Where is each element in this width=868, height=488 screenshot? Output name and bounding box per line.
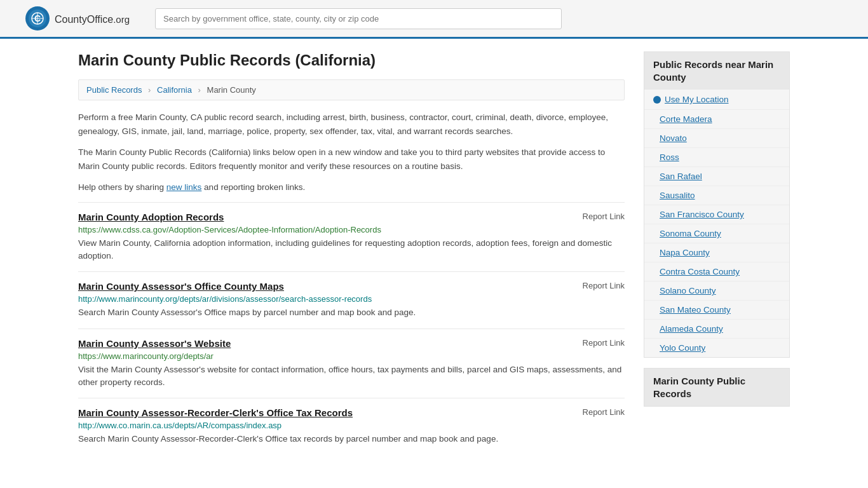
breadcrumb-sep-1: ›: [148, 85, 151, 95]
records-list: Marin County Adoption Records Report Lin…: [78, 202, 625, 455]
breadcrumb-california[interactable]: California: [157, 85, 192, 95]
sidebar-nearby-item[interactable]: Sonoma County: [644, 224, 789, 243]
report-link[interactable]: Report Link: [583, 407, 625, 417]
desc3-prefix: Help others by sharing: [78, 182, 166, 192]
record-entry: Marin County Adoption Records Report Lin…: [78, 202, 625, 272]
report-link[interactable]: Report Link: [583, 338, 625, 348]
breadcrumb-public-records[interactable]: Public Records: [86, 85, 142, 95]
report-link[interactable]: Report Link: [583, 281, 625, 290]
record-description: Visit the Marin County Assessor's websit…: [78, 363, 625, 390]
sidebar-nearby-item[interactable]: Napa County: [644, 243, 789, 262]
description-3: Help others by sharing new links and rep…: [78, 180, 625, 194]
logo-icon: C: [25, 6, 50, 30]
record-url[interactable]: https://www.marincounty.org/depts/ar: [78, 351, 625, 361]
location-icon: [653, 96, 661, 104]
description-2: The Marin County Public Records (Califor…: [78, 146, 625, 173]
record-header: Marin County Assessor's Website Report L…: [78, 338, 625, 349]
sidebar-nearby-item[interactable]: San Rafael: [644, 167, 789, 186]
sidebar-nearby-item[interactable]: Yolo County: [644, 339, 789, 357]
logo-text: CountyOffice.org: [55, 11, 130, 26]
search-input[interactable]: [155, 8, 562, 29]
use-location-label: Use My Location: [665, 95, 729, 104]
sidebar-nearby-item[interactable]: Contra Costa County: [644, 262, 789, 281]
record-url[interactable]: http://www.co.marin.ca.us/depts/AR/compa…: [78, 421, 625, 430]
sidebar: Public Records near Marin County Use My …: [644, 51, 790, 454]
breadcrumb-current: Marin County: [207, 85, 256, 95]
record-url[interactable]: http://www.marincounty.org/depts/ar/divi…: [78, 294, 625, 304]
nearby-section: Public Records near Marin County Use My …: [644, 51, 790, 358]
breadcrumb-sep-2: ›: [198, 85, 201, 95]
record-description: Search Marin County Assessor-Recorder-Cl…: [78, 433, 625, 445]
description-1: Perform a free Marin County, CA public r…: [78, 111, 625, 138]
record-title[interactable]: Marin County Assessor-Recorder-Clerk's O…: [78, 407, 353, 418]
sidebar-nearby-item[interactable]: Sausalito: [644, 186, 789, 205]
record-title[interactable]: Marin County Adoption Records: [78, 212, 224, 222]
record-header: Marin County Assessor's Office County Ma…: [78, 281, 625, 292]
logo[interactable]: C CountyOffice.org: [25, 6, 130, 30]
record-description: Search Marin County Assessor's Office ma…: [78, 306, 625, 319]
record-title[interactable]: Marin County Assessor's Office County Ma…: [78, 281, 284, 292]
desc3-suffix: and reporting broken links.: [201, 182, 305, 192]
record-entry: Marin County Assessor-Recorder-Clerk's O…: [78, 398, 625, 454]
new-links-link[interactable]: new links: [166, 182, 202, 192]
bottom-section-title: Marin County Public Records: [644, 369, 789, 406]
use-my-location[interactable]: Use My Location: [644, 90, 789, 110]
record-entry: Marin County Assessor's Office County Ma…: [78, 271, 625, 328]
nearby-items: Corte MaderaNovatoRossSan RafaelSausalit…: [644, 110, 789, 357]
report-link[interactable]: Report Link: [583, 212, 625, 221]
main-content: Marin County Public Records (California)…: [78, 51, 625, 454]
record-title[interactable]: Marin County Assessor's Website: [78, 338, 231, 349]
sidebar-nearby-item[interactable]: San Mateo County: [644, 301, 789, 320]
record-entry: Marin County Assessor's Website Report L…: [78, 329, 625, 398]
bottom-section: Marin County Public Records: [644, 368, 790, 407]
sidebar-nearby-item[interactable]: Novato: [644, 129, 789, 148]
sidebar-nearby-item[interactable]: Corte Madera: [644, 110, 789, 129]
site-header: C CountyOffice.org: [0, 0, 868, 39]
record-url[interactable]: https://www.cdss.ca.gov/Adoption-Service…: [78, 225, 625, 234]
page-container: Marin County Public Records (California)…: [53, 39, 815, 467]
sidebar-nearby-item[interactable]: Solano County: [644, 281, 789, 301]
sidebar-nearby-item[interactable]: Ross: [644, 148, 789, 167]
record-header: Marin County Adoption Records Report Lin…: [78, 212, 625, 222]
page-title: Marin County Public Records (California): [78, 51, 625, 69]
sidebar-nearby-item[interactable]: San Francisco County: [644, 205, 789, 224]
sidebar-nearby-item[interactable]: Alameda County: [644, 320, 789, 339]
record-header: Marin County Assessor-Recorder-Clerk's O…: [78, 407, 625, 418]
record-description: View Marin County, California adoption i…: [78, 237, 625, 263]
nearby-title: Public Records near Marin County: [644, 52, 789, 90]
breadcrumb: Public Records › California › Marin Coun…: [78, 79, 625, 100]
